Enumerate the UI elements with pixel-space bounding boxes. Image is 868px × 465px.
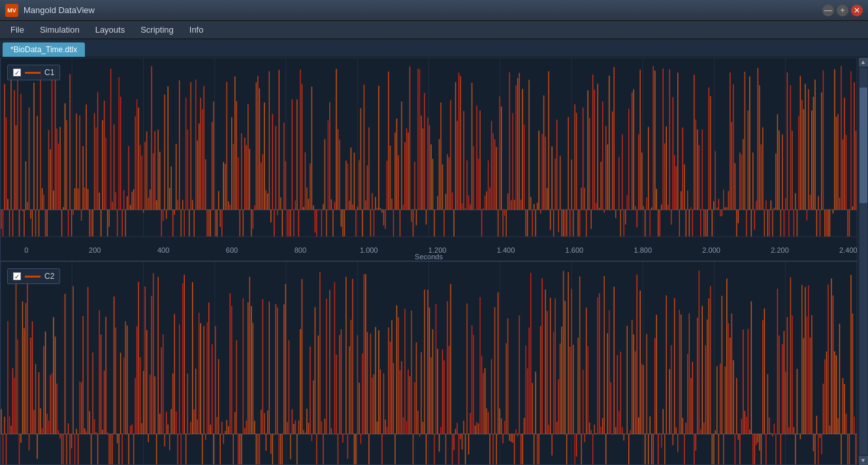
scroll-up-button[interactable]: ▲ <box>859 57 868 67</box>
chart-panel-1: ✓ C1 <box>0 57 858 261</box>
chart2-legend-label: C2 <box>44 272 54 281</box>
app-title: Mangold DataView <box>24 5 817 15</box>
menu-layouts[interactable]: Layouts <box>88 22 133 37</box>
chart1-svg-container: 0 200 400 600 800 1.000 1.200 1.400 1.60… <box>1 58 857 261</box>
title-bar: MV Mangold DataView — + ✕ <box>0 0 868 21</box>
svg-text:2.400: 2.400 <box>839 246 857 254</box>
svg-text:400: 400 <box>157 246 169 254</box>
svg-text:1.000: 1.000 <box>360 246 378 254</box>
menu-scripting[interactable]: Scripting <box>133 22 182 37</box>
menu-info[interactable]: Info <box>182 22 212 37</box>
chart2-legend-line <box>25 276 40 278</box>
chart1-legend-line <box>25 72 40 74</box>
scrollbar-thumb[interactable] <box>860 88 867 204</box>
menu-simulation[interactable]: Simulation <box>32 22 88 37</box>
minimize-button[interactable]: — <box>822 5 834 16</box>
chart2-legend: ✓ C2 <box>7 268 60 284</box>
svg-text:200: 200 <box>89 246 101 254</box>
chart-panel-2: ✓ C2 <box>0 261 858 465</box>
chart1-checkbox[interactable]: ✓ <box>13 69 21 76</box>
chart1-legend-label: C1 <box>44 68 54 77</box>
svg-text:1.600: 1.600 <box>566 246 584 254</box>
svg-text:600: 600 <box>226 246 238 254</box>
main-content: ✓ C1 <box>0 57 868 465</box>
svg-text:2.200: 2.200 <box>771 246 789 254</box>
maximize-button[interactable]: + <box>837 5 848 16</box>
tab-biodata[interactable]: *BioData_Time.dtlx <box>3 42 85 57</box>
scrollbar-track[interactable] <box>860 68 867 455</box>
chart1-legend: ✓ C1 <box>7 65 60 80</box>
svg-text:800: 800 <box>295 246 306 254</box>
svg-text:0: 0 <box>24 246 28 254</box>
svg-text:1.800: 1.800 <box>634 246 652 254</box>
app-icon: MV <box>5 4 18 17</box>
scrollbar: ▲ ▼ <box>858 57 868 465</box>
close-button[interactable]: ✕ <box>851 5 863 16</box>
charts-area: ✓ C1 <box>0 57 858 465</box>
svg-text:Seconds: Seconds <box>415 253 443 261</box>
chart2-svg-container <box>1 262 857 464</box>
scroll-down-button[interactable]: ▼ <box>859 456 868 465</box>
menu-bar: File Simulation Layouts Scripting Info <box>0 21 868 39</box>
svg-text:1.400: 1.400 <box>497 246 515 254</box>
tab-bar: *BioData_Time.dtlx <box>0 39 868 57</box>
menu-file[interactable]: File <box>3 22 32 37</box>
chart2-checkbox[interactable]: ✓ <box>13 272 21 280</box>
svg-text:2.000: 2.000 <box>702 246 720 254</box>
